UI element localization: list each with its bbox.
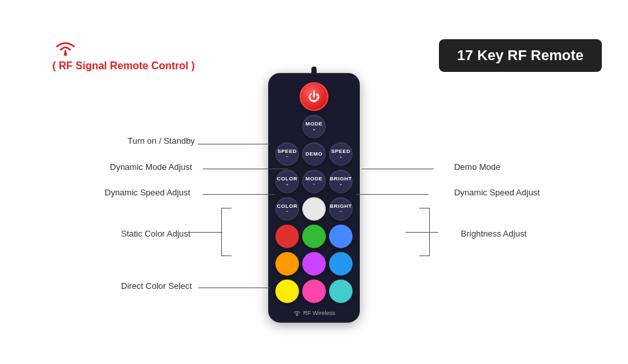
- line-dynamic-mode: [203, 169, 288, 169]
- line-brightness: [406, 232, 438, 233]
- color-row-1: [275, 225, 353, 248]
- title-text: 17 Key RF Remote: [457, 47, 584, 63]
- annotation-brightness: Brightness Adjust: [461, 229, 527, 239]
- color-row-2: [275, 252, 353, 276]
- mode-plus-button[interactable]: MODE +: [302, 115, 326, 139]
- title-badge: 17 Key RF Remote: [439, 39, 602, 72]
- annotation-dynamic-speed-right: Dynamic Speed Adjust: [454, 188, 540, 197]
- svg-point-1: [296, 314, 297, 315]
- power-button[interactable]: ⏻: [300, 82, 328, 111]
- rf-signal-label: ( RF Signal Remote Control ): [52, 60, 195, 72]
- color-blue-button[interactable]: [329, 225, 353, 248]
- svg-point-0: [64, 53, 67, 56]
- line-dynamic-speed-right: [357, 194, 428, 195]
- color-teal-button[interactable]: [329, 280, 353, 303]
- white-button[interactable]: [302, 197, 326, 221]
- color-green-button[interactable]: [302, 225, 326, 248]
- color-yellow-button[interactable]: [275, 280, 299, 303]
- annotation-static-color: Static Color Adjust: [121, 229, 190, 239]
- color-row-3: [275, 280, 353, 303]
- button-row-4: COLOR − BRIGHT −: [275, 197, 353, 221]
- mode-plus-sub: +: [313, 127, 315, 132]
- power-icon: ⏻: [308, 91, 320, 103]
- annotation-demo-mode: Demo Mode: [454, 162, 500, 172]
- bracket-left: [221, 208, 232, 256]
- remote-wrapper: ⏻ MODE + SPEED − DEMO SPEED +: [268, 73, 360, 323]
- button-row-3: COLOR + MODE − BRIGHT +: [275, 170, 353, 193]
- line-turn-on: [198, 144, 270, 144]
- line-demo-mode: [362, 169, 434, 169]
- speed-minus-button[interactable]: SPEED −: [275, 142, 299, 166]
- mode-minus-button[interactable]: MODE −: [302, 170, 326, 193]
- demo-button[interactable]: DEMO: [302, 142, 326, 166]
- bright-plus-button[interactable]: BRIGHT +: [329, 170, 353, 193]
- speed-plus-button[interactable]: SPEED +: [329, 142, 353, 166]
- line-direct-color: [198, 288, 270, 288]
- annotation-dynamic-speed-left: Dynamic Speed Adjust: [105, 188, 190, 197]
- rf-wireless-icon: [293, 310, 301, 316]
- line-static-color: [190, 232, 222, 233]
- color-red-button[interactable]: [275, 225, 299, 248]
- annotation-turn-on: Turn on / Standby: [128, 136, 195, 146]
- bright-minus-button[interactable]: BRIGHT −: [329, 197, 353, 221]
- color-pink-button[interactable]: [302, 280, 326, 303]
- rf-wireless-label: RF Wireless: [293, 310, 336, 316]
- color-lightblue-button[interactable]: [329, 252, 353, 276]
- button-row-1: MODE +: [302, 115, 326, 139]
- color-plus-button[interactable]: COLOR +: [275, 170, 299, 193]
- annotation-direct-color: Direct Color Select: [121, 281, 192, 291]
- mode-plus-label: MODE: [305, 122, 323, 127]
- color-minus-button[interactable]: COLOR −: [275, 197, 299, 221]
- button-row-2: SPEED − DEMO SPEED +: [275, 142, 353, 166]
- color-purple-button[interactable]: [302, 252, 326, 276]
- annotation-dynamic-mode: Dynamic Mode Adjust: [110, 162, 192, 172]
- line-dynamic-speed-left: [203, 194, 275, 195]
- color-orange-button[interactable]: [275, 252, 299, 276]
- rf-signal-icon: [52, 39, 78, 58]
- remote-body: ⏻ MODE + SPEED − DEMO SPEED +: [268, 73, 360, 323]
- rf-signal-area: ( RF Signal Remote Control ): [52, 39, 195, 72]
